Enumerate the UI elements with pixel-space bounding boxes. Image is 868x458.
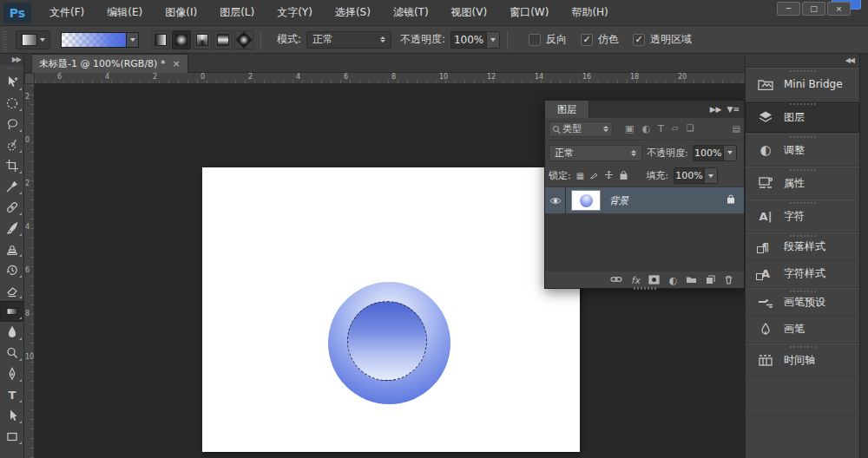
maximize-button[interactable]: □ xyxy=(802,2,825,16)
smart-object-filter-icon[interactable]: ❏ xyxy=(686,123,694,134)
adjustment-layer-filter-icon[interactable]: ◐ xyxy=(641,123,650,134)
history-brush-tool[interactable] xyxy=(0,259,24,280)
dock-brush-presets[interactable]: 画笔预设 xyxy=(746,288,859,316)
opacity-dropdown-button[interactable] xyxy=(487,31,500,49)
new-group-icon[interactable] xyxy=(686,275,697,286)
menu-select[interactable]: 选择(S) xyxy=(324,0,382,26)
type-tool[interactable]: T xyxy=(0,384,24,405)
reflected-gradient-button[interactable] xyxy=(214,30,233,49)
lasso-tool[interactable] xyxy=(0,114,24,134)
adjustment-layer-icon[interactable]: ◐ xyxy=(668,275,677,286)
healing-brush-tool[interactable] xyxy=(0,197,24,218)
link-layers-icon[interactable] xyxy=(610,275,622,286)
ruler-tick-label: 6 xyxy=(57,73,62,81)
blur-tool[interactable] xyxy=(0,322,24,343)
blend-mode-select[interactable]: 正常 xyxy=(306,31,391,49)
panel-collapse-icon[interactable]: ▶▶ xyxy=(710,105,722,114)
dodge-tool[interactable] xyxy=(0,343,24,363)
gradient-tool[interactable] xyxy=(0,301,24,322)
dock-brush[interactable]: 画笔 xyxy=(746,316,859,344)
lock-pixels-icon[interactable] xyxy=(589,170,599,181)
tab-close-icon[interactable]: × xyxy=(172,58,180,69)
ruler-origin-corner[interactable] xyxy=(24,73,35,84)
layers-tab[interactable]: 图层 xyxy=(545,101,589,118)
layer-blend-mode-select[interactable]: 正常 xyxy=(549,145,642,161)
fill-dropdown[interactable] xyxy=(705,167,718,184)
lock-transparency-icon[interactable]: ▦ xyxy=(576,171,584,180)
horizontal-ruler[interactable]: 6 4 2 0 2 4 6 8 10 12 14 16 18 20 xyxy=(35,73,745,84)
layer-name[interactable]: 背景 xyxy=(609,194,628,207)
tool-preset-picker[interactable] xyxy=(16,30,50,49)
dock-character-styles[interactable]: A 字符样式 xyxy=(746,260,859,288)
layer-opacity-dropdown[interactable] xyxy=(724,145,737,161)
move-tool[interactable] xyxy=(0,72,24,93)
fill-input[interactable]: 100% xyxy=(674,167,705,184)
menu-view[interactable]: 视图(V) xyxy=(440,0,499,26)
menu-filter[interactable]: 滤镜(T) xyxy=(382,0,440,26)
lock-all-icon[interactable] xyxy=(619,170,628,182)
quick-selection-tool[interactable] xyxy=(0,134,24,155)
ruler-tick-label: 2 xyxy=(25,180,30,187)
type-layer-filter-icon[interactable]: T xyxy=(658,123,664,134)
toolbar-collapse-button[interactable]: ▶▶ xyxy=(0,54,23,65)
radial-gradient-button[interactable] xyxy=(172,30,191,49)
layer-opacity-input[interactable]: 100% xyxy=(693,145,724,161)
close-button[interactable]: × xyxy=(827,2,851,16)
layer-filter-select[interactable]: 类型 xyxy=(549,121,613,137)
layer-style-icon[interactable]: fx xyxy=(631,275,640,286)
shape-tool[interactable] xyxy=(0,426,24,447)
brush-tool[interactable] xyxy=(0,218,24,239)
layer-thumbnail[interactable] xyxy=(571,190,601,211)
angle-gradient-button[interactable] xyxy=(193,30,212,49)
dock-mini-bridge[interactable]: Mini Bridge xyxy=(746,68,859,101)
menu-image[interactable]: 图像(I) xyxy=(154,0,208,26)
opacity-input[interactable]: 100% xyxy=(450,31,487,49)
menu-window[interactable]: 窗口(W) xyxy=(498,0,560,26)
selection-marquee[interactable] xyxy=(347,301,427,381)
linear-gradient-button[interactable] xyxy=(151,30,170,49)
gradient-preview[interactable] xyxy=(61,32,127,48)
filter-toggle-icon[interactable]: ▤ xyxy=(733,124,740,134)
crop-tool[interactable] xyxy=(0,155,24,176)
lock-position-icon[interactable] xyxy=(604,170,614,181)
clone-stamp-tool[interactable] xyxy=(0,239,24,259)
dock-properties[interactable]: 属性 xyxy=(746,167,859,200)
transparency-checkbox[interactable]: ✓ xyxy=(633,34,645,46)
dock-collapse-button[interactable]: ◀◀ xyxy=(746,54,859,68)
menu-layer[interactable]: 图层(L) xyxy=(208,0,266,26)
marquee-tool[interactable] xyxy=(0,93,24,114)
reverse-checkbox[interactable] xyxy=(529,34,541,46)
panel-resize-grip[interactable] xyxy=(634,287,656,290)
pen-tool[interactable] xyxy=(0,363,24,384)
dock-adjustments[interactable]: ◐ 调整 xyxy=(746,134,859,167)
document-tab[interactable]: 未标题-1 @ 100%(RGB/8) * × xyxy=(31,54,188,73)
gradient-picker-button[interactable] xyxy=(127,32,139,48)
delete-layer-icon[interactable] xyxy=(724,275,733,287)
gradient-tool-icon xyxy=(22,34,37,46)
diamond-gradient-button[interactable] xyxy=(234,30,253,49)
eraser-tool[interactable] xyxy=(0,280,24,301)
path-selection-tool[interactable] xyxy=(0,405,24,426)
quick-selection-icon xyxy=(5,138,19,152)
visibility-toggle[interactable] xyxy=(545,187,566,213)
menu-edit[interactable]: 编辑(E) xyxy=(95,0,154,26)
dither-checkbox[interactable]: ✓ xyxy=(581,34,593,46)
panel-menu-icon[interactable]: ▼≡ xyxy=(727,105,740,114)
layer-mask-icon[interactable] xyxy=(648,275,660,287)
menu-help[interactable]: 帮助(H) xyxy=(560,0,619,26)
menu-type[interactable]: 文字(Y) xyxy=(266,0,324,26)
dock-timeline[interactable]: 时间轴 xyxy=(746,344,859,376)
layer-row-background[interactable]: 背景 xyxy=(545,187,744,213)
menu-file[interactable]: 文件(F) xyxy=(38,0,95,26)
new-layer-icon[interactable] xyxy=(706,275,715,287)
dock-layers[interactable]: 图层 xyxy=(746,101,859,134)
dock-paragraph-styles[interactable]: ¶ 段落样式 xyxy=(746,232,859,260)
minimize-button[interactable]: ─ xyxy=(777,2,800,16)
shape-layer-filter-icon[interactable]: ▱ xyxy=(672,123,679,134)
layers-panel-titlebar: 图层 ▶▶ ▼≡ xyxy=(545,101,744,118)
canvas-document[interactable] xyxy=(202,167,580,452)
eyedropper-tool[interactable] xyxy=(0,176,24,197)
vertical-ruler[interactable]: 2 0 2 4 6 8 10 xyxy=(24,84,35,458)
pixel-layer-filter-icon[interactable]: ▣ xyxy=(625,123,634,134)
dock-character[interactable]: A| 字符 xyxy=(746,200,859,232)
